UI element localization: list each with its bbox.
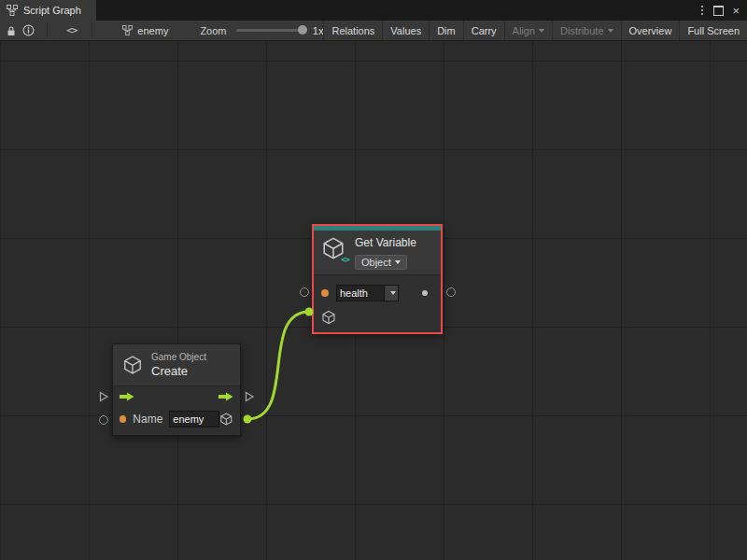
control-flow-row bbox=[113, 386, 240, 407]
window-controls: × bbox=[699, 0, 747, 21]
toolbar-separator bbox=[47, 23, 48, 38]
chevron-down-icon bbox=[539, 29, 544, 33]
game-object-output-icon bbox=[219, 412, 233, 427]
cube-icon bbox=[122, 355, 143, 375]
object-target-cube-icon bbox=[321, 310, 336, 325]
maximize-icon[interactable] bbox=[713, 6, 724, 16]
graph-canvas[interactable]: Game Object Create Name bbox=[0, 41, 747, 560]
get-variable-icon: <> bbox=[321, 236, 346, 262]
create-node-subtitle: Game Object bbox=[151, 352, 206, 362]
script-graph-icon bbox=[7, 5, 18, 16]
create-node-header: Game Object Create bbox=[113, 344, 240, 385]
info-icon[interactable] bbox=[20, 21, 37, 41]
full-screen-button[interactable]: Full Screen bbox=[679, 21, 747, 40]
distribute-label: Distribute bbox=[560, 25, 603, 36]
flow-in-arrow-icon bbox=[120, 392, 134, 401]
flow-out-arrow-icon bbox=[218, 392, 233, 401]
values-label: Values bbox=[390, 25, 421, 36]
graph-name-label: enemy bbox=[137, 25, 168, 36]
variable-code-icon: <> bbox=[341, 255, 349, 264]
carry-label: Carry bbox=[472, 25, 497, 36]
carry-button[interactable]: Carry bbox=[463, 21, 504, 40]
graph-toolbar: <> enemy Zoom 1x Relations Values Dim Ca… bbox=[0, 21, 747, 41]
value-output-port[interactable] bbox=[446, 287, 456, 297]
chevron-down-icon bbox=[608, 29, 613, 33]
kebab-menu-icon[interactable] bbox=[699, 4, 705, 17]
overview-button[interactable]: Overview bbox=[621, 21, 680, 40]
get-variable-header: <> Get Variable Object bbox=[314, 231, 441, 274]
variable-dropdown-button[interactable] bbox=[385, 285, 399, 301]
full-screen-label: Full Screen bbox=[687, 25, 740, 36]
graph-name-display: enemy bbox=[122, 25, 168, 36]
create-node-title: Create bbox=[151, 364, 206, 378]
dim-button[interactable]: Dim bbox=[429, 21, 463, 40]
variable-name-row bbox=[314, 283, 441, 303]
object-target-row bbox=[314, 310, 441, 327]
graph-asset-icon bbox=[122, 25, 133, 35]
values-button[interactable]: Values bbox=[382, 21, 429, 40]
scope-dropdown[interactable]: Object bbox=[355, 255, 407, 270]
chevron-down-icon bbox=[390, 291, 396, 295]
zoom-slider[interactable] bbox=[236, 29, 304, 32]
relations-label: Relations bbox=[331, 25, 374, 36]
toolbar-separator bbox=[92, 23, 92, 38]
get-variable-body bbox=[314, 275, 441, 332]
relations-button[interactable]: Relations bbox=[323, 21, 382, 40]
zoom-label: Zoom bbox=[200, 25, 226, 36]
value-output-dot bbox=[422, 290, 428, 296]
align-label: Align bbox=[513, 25, 535, 36]
wire-start-dot bbox=[244, 415, 252, 424]
create-node[interactable]: Game Object Create Name bbox=[112, 343, 241, 436]
align-button[interactable]: Align bbox=[504, 21, 552, 40]
get-variable-node[interactable]: <> Get Variable Object bbox=[312, 224, 443, 334]
window-titlebar: Script Graph × bbox=[0, 0, 747, 21]
zoom-slider-handle[interactable] bbox=[298, 25, 307, 35]
distribute-button[interactable]: Distribute bbox=[552, 21, 620, 40]
lock-icon[interactable] bbox=[2, 21, 20, 41]
chevron-down-icon bbox=[395, 260, 401, 264]
code-icon[interactable]: <> bbox=[63, 21, 80, 41]
tab-script-graph[interactable]: Script Graph bbox=[0, 0, 96, 21]
name-input-port[interactable] bbox=[300, 287, 309, 297]
variable-name-field[interactable] bbox=[336, 285, 399, 301]
control-input-port[interactable] bbox=[98, 391, 109, 402]
toolbar-buttons: Relations Values Dim Carry Align Distrib… bbox=[323, 21, 747, 40]
value-input-dot bbox=[120, 415, 126, 423]
value-input-dot bbox=[321, 289, 329, 297]
overview-label: Overview bbox=[629, 25, 672, 36]
control-output-port[interactable] bbox=[244, 391, 255, 402]
name-value-port[interactable] bbox=[99, 415, 108, 425]
name-input[interactable] bbox=[169, 411, 219, 427]
close-icon[interactable]: × bbox=[732, 5, 740, 17]
dim-label: Dim bbox=[437, 25, 456, 36]
get-variable-title: Get Variable bbox=[355, 236, 416, 249]
variable-name-input[interactable] bbox=[336, 285, 385, 301]
zoom-value: 1x bbox=[313, 25, 324, 36]
scope-label: Object bbox=[361, 257, 391, 268]
tab-title: Script Graph bbox=[23, 5, 81, 16]
name-row: Name bbox=[113, 407, 240, 435]
name-label: Name bbox=[133, 413, 162, 426]
